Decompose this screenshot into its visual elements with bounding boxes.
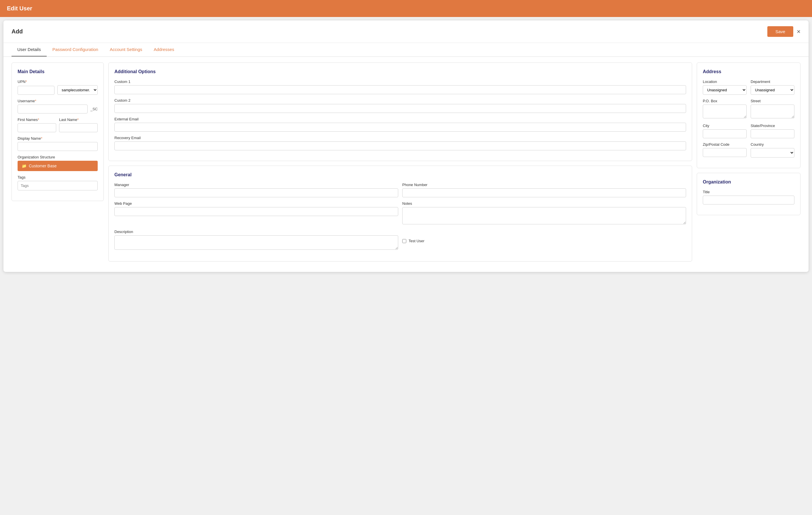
general-card: General Manager Phone Number Web Page	[108, 165, 692, 262]
modal-container: Add Save × User Details Password Configu…	[3, 21, 809, 272]
org-icon: 📁	[22, 163, 27, 168]
upn-input[interactable]	[18, 86, 55, 95]
pobox-field-group: P.O. Box	[703, 99, 747, 120]
org-structure-button[interactable]: 📁 Customer Base	[18, 161, 98, 171]
notes-input[interactable]	[402, 207, 686, 224]
custom2-input[interactable]	[114, 104, 686, 113]
city-field-group: City	[703, 124, 747, 138]
custom1-field-group: Custom 1	[114, 80, 686, 94]
org-title-input[interactable]	[703, 195, 794, 205]
description-field-group: Description	[114, 230, 398, 251]
tab-account-settings[interactable]: Account Settings	[104, 43, 148, 56]
recovery-email-label: Recovery Email	[114, 136, 686, 140]
manager-input[interactable]	[114, 188, 398, 197]
org-title-field-group: Title	[703, 190, 794, 205]
department-select[interactable]: Unassigned	[751, 85, 794, 95]
pobox-label: P.O. Box	[703, 99, 747, 103]
save-button[interactable]: Save	[767, 26, 793, 37]
modal-actions: Save ×	[767, 26, 801, 37]
zip-field-group: Zip/Postal Code	[703, 142, 747, 157]
recovery-email-field-group: Recovery Email	[114, 136, 686, 150]
org-structure-label-text: Customer Base	[29, 163, 56, 168]
additional-options-title: Additional Options	[114, 69, 686, 74]
description-label: Description	[114, 230, 398, 234]
tab-password-configuration[interactable]: Password Configuration	[47, 43, 104, 56]
notes-label: Notes	[402, 201, 686, 206]
street-field-group: Street	[751, 99, 794, 120]
webpage-label: Web Page	[114, 201, 398, 206]
street-input[interactable]	[751, 104, 794, 118]
display-name-field-group: Display Name*	[18, 136, 98, 151]
last-name-label: Last Name*	[59, 118, 98, 122]
first-names-input[interactable]	[18, 123, 56, 132]
zip-label: Zip/Postal Code	[703, 142, 747, 147]
test-user-checkbox[interactable]	[402, 239, 406, 243]
country-select[interactable]	[751, 148, 794, 157]
street-label: Street	[751, 99, 794, 103]
tab-addresses[interactable]: Addresses	[148, 43, 180, 56]
manager-field-group: Manager	[114, 183, 398, 197]
address-title: Address	[703, 69, 794, 74]
recovery-email-input[interactable]	[114, 142, 686, 150]
first-names-field-group: First Names*	[18, 118, 56, 132]
location-select[interactable]: Unassigned	[703, 85, 747, 95]
manager-label: Manager	[114, 183, 398, 187]
custom2-label: Custom 2	[114, 98, 686, 102]
state-field-group: State/Province	[751, 124, 794, 138]
tags-field-group: Tags	[18, 175, 98, 190]
page-header: Edit User	[0, 0, 812, 17]
external-email-input[interactable]	[114, 123, 686, 132]
tags-label: Tags	[18, 175, 98, 179]
column-mid: Additional Options Custom 1 Custom 2 Ext…	[108, 62, 692, 266]
city-input[interactable]	[703, 129, 747, 138]
tab-user-details[interactable]: User Details	[11, 43, 47, 56]
organization-card: Organization Title	[697, 173, 801, 215]
first-names-label: First Names*	[18, 118, 56, 122]
tabs: User Details Password Configuration Acco…	[3, 43, 809, 57]
main-details-card: Main Details UPN* samplecustomer.c...	[11, 62, 104, 201]
username-input[interactable]	[18, 104, 88, 114]
custom1-label: Custom 1	[114, 80, 686, 84]
zip-input[interactable]	[703, 148, 747, 157]
pobox-input[interactable]	[703, 104, 747, 118]
notes-field-group: Notes	[402, 201, 686, 225]
username-label: Username*	[18, 99, 98, 103]
modal-title: Add	[11, 28, 23, 35]
content-area: Main Details UPN* samplecustomer.c...	[3, 57, 809, 272]
webpage-field-group: Web Page	[114, 201, 398, 225]
external-email-label: External Email	[114, 117, 686, 121]
location-field-group: Location Unassigned	[703, 80, 747, 95]
description-input[interactable]	[114, 235, 398, 250]
country-field-group: Country	[751, 142, 794, 157]
close-button[interactable]: ×	[797, 29, 801, 35]
custom1-input[interactable]	[114, 85, 686, 94]
city-label: City	[703, 124, 747, 128]
custom2-field-group: Custom 2	[114, 98, 686, 113]
display-name-input[interactable]	[18, 142, 98, 151]
test-user-label: Test User	[409, 239, 425, 243]
username-suffix: _SC	[90, 107, 98, 114]
phone-input[interactable]	[402, 188, 686, 197]
display-name-label: Display Name*	[18, 136, 98, 141]
location-label: Location	[703, 80, 747, 84]
org-structure-group: Organization Structure 📁 Customer Base	[18, 155, 98, 171]
org-structure-label: Organization Structure	[18, 155, 98, 159]
tags-input[interactable]	[18, 181, 98, 190]
additional-options-card: Additional Options Custom 1 Custom 2 Ext…	[108, 62, 692, 161]
organization-title: Organization	[703, 179, 794, 185]
state-input[interactable]	[751, 129, 794, 138]
last-name-input[interactable]	[59, 123, 98, 132]
column-left: Main Details UPN* samplecustomer.c...	[11, 62, 104, 266]
general-title: General	[114, 172, 686, 177]
upn-domain-select[interactable]: samplecustomer.c...	[57, 85, 98, 95]
main-details-title: Main Details	[18, 69, 98, 74]
upn-label: UPN*	[18, 80, 98, 84]
phone-field-group: Phone Number	[402, 183, 686, 197]
webpage-input[interactable]	[114, 207, 398, 216]
test-user-field-group: Test User	[402, 230, 686, 251]
page-title: Edit User	[7, 5, 32, 11]
state-label: State/Province	[751, 124, 794, 128]
department-field-group: Department Unassigned	[751, 80, 794, 95]
last-name-field-group: Last Name*	[59, 118, 98, 132]
username-field-group: Username* _SC	[18, 99, 98, 114]
